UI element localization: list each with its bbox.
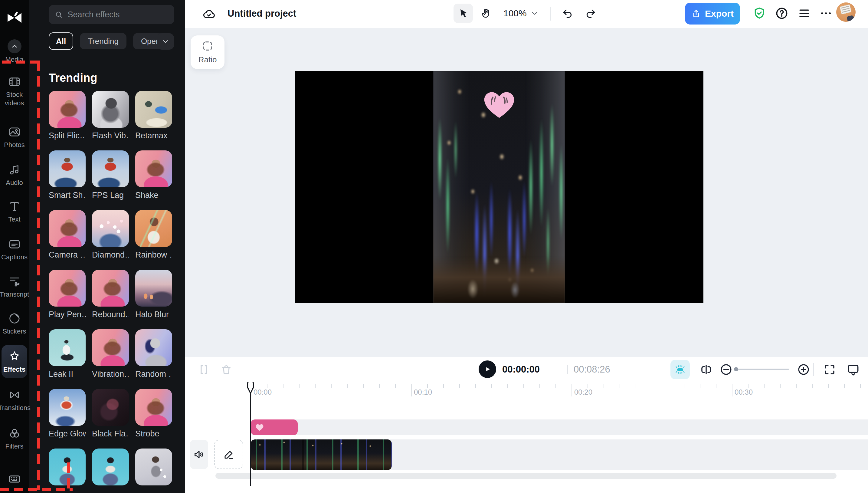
redo-button[interactable] bbox=[581, 4, 600, 23]
keyboard-shortcuts-button[interactable] bbox=[8, 472, 21, 486]
effect-thumbnail[interactable] bbox=[92, 270, 129, 306]
undo-button[interactable] bbox=[558, 4, 577, 23]
help-button[interactable] bbox=[774, 5, 789, 21]
canvas-zoom-control[interactable]: 100% bbox=[504, 4, 539, 23]
ratio-button[interactable]: Ratio bbox=[191, 36, 224, 69]
effect-thumbnail[interactable] bbox=[49, 329, 86, 366]
effect-thumbnail[interactable] bbox=[92, 449, 129, 486]
effect-tile-black-fla[interactable]: Black Fla… bbox=[92, 389, 129, 438]
playhead-handle[interactable] bbox=[246, 380, 255, 394]
project-title[interactable]: Untitled project bbox=[227, 8, 296, 19]
effect-tile-rebound[interactable]: Rebound… bbox=[92, 270, 129, 319]
sidebar-item-stock-videos[interactable]: Stock videos bbox=[0, 75, 29, 107]
effect-thumbnail[interactable] bbox=[135, 210, 172, 247]
effect-thumbnail[interactable] bbox=[92, 150, 129, 187]
avatar[interactable] bbox=[836, 2, 855, 22]
cloud-save-icon[interactable] bbox=[202, 7, 216, 21]
chip-trending[interactable]: Trending bbox=[80, 33, 127, 49]
effect-tile-split-flic[interactable]: Split Flic… bbox=[49, 91, 86, 141]
effect-thumbnail[interactable] bbox=[49, 270, 86, 306]
export-button[interactable]: Export bbox=[685, 3, 740, 24]
effect-tile-play-pen[interactable]: Play Pen… bbox=[49, 270, 86, 319]
sidebar-item-text[interactable]: Text bbox=[0, 200, 29, 224]
timeline-ruler[interactable]: 00:0000:1000:2000:30 bbox=[185, 382, 868, 400]
effect-tile-edge-glow[interactable]: Edge Glow bbox=[49, 389, 86, 438]
effect-thumbnail[interactable] bbox=[135, 270, 172, 306]
sidebar-item-photos[interactable]: Photos bbox=[0, 125, 29, 149]
sidebar-item-stickers[interactable]: Stickers bbox=[0, 312, 29, 336]
effect-tile-diamond[interactable]: Diamond… bbox=[92, 210, 129, 260]
sidebar-item-audio[interactable]: Audio bbox=[0, 163, 29, 187]
safety-status-button[interactable] bbox=[752, 5, 767, 21]
effect-thumbnail[interactable] bbox=[92, 329, 129, 366]
video-frame[interactable] bbox=[433, 71, 565, 303]
effect-tile-rainbow[interactable]: Rainbow … bbox=[135, 210, 172, 260]
playhead[interactable] bbox=[250, 382, 251, 486]
effect-thumbnail[interactable] bbox=[49, 449, 86, 486]
effect-thumbnail[interactable] bbox=[135, 329, 172, 366]
effect-thumbnail[interactable] bbox=[135, 449, 172, 486]
effect-thumbnail[interactable] bbox=[135, 150, 172, 187]
sidebar-item-captions[interactable]: Captions bbox=[0, 238, 29, 261]
effect-tile[interactable] bbox=[92, 449, 129, 489]
video-clip[interactable] bbox=[251, 440, 392, 470]
hand-tool-button[interactable] bbox=[476, 4, 495, 23]
effect-thumbnail[interactable] bbox=[49, 210, 86, 247]
zoom-in-button[interactable] bbox=[794, 360, 813, 379]
effect-thumbnail[interactable] bbox=[49, 150, 86, 187]
effect-tile-random[interactable]: Random … bbox=[135, 329, 172, 379]
effect-thumbnail[interactable] bbox=[135, 389, 172, 426]
sidebar-item-transcript[interactable]: Transcript bbox=[0, 275, 29, 299]
player-canvas[interactable] bbox=[295, 71, 704, 303]
horizontal-scrollbar[interactable] bbox=[216, 473, 837, 479]
timeline-zoom-slider[interactable] bbox=[735, 369, 789, 370]
effect-thumbnail[interactable] bbox=[49, 389, 86, 426]
capcut-logo[interactable] bbox=[7, 11, 22, 25]
fullscreen-timeline-button[interactable] bbox=[820, 360, 839, 379]
effect-tile-strobe[interactable]: Strobe bbox=[135, 389, 172, 438]
sidebar-item-filters[interactable]: Filters bbox=[0, 427, 29, 451]
effect-tile-flash-vib[interactable]: Flash Vib… bbox=[92, 91, 129, 141]
split-clip-button[interactable] bbox=[194, 360, 214, 379]
effect-tile-halo-blur[interactable]: Halo Blur bbox=[135, 270, 172, 319]
more-categories-button[interactable] bbox=[157, 33, 174, 50]
mute-track-button[interactable] bbox=[190, 440, 208, 469]
heart-sticker-overlay[interactable] bbox=[481, 89, 517, 121]
sticker-clip[interactable] bbox=[251, 420, 298, 435]
effect-tile-smart-sh[interactable]: Smart Sh… bbox=[49, 150, 86, 200]
play-button[interactable] bbox=[478, 361, 496, 378]
zoom-out-button[interactable] bbox=[716, 360, 736, 379]
effect-tile-betamax[interactable]: Betamax bbox=[135, 91, 172, 141]
split-at-playhead-button[interactable] bbox=[696, 360, 716, 379]
slider-knob[interactable] bbox=[734, 367, 738, 371]
effect-tile-camera[interactable]: Camera … bbox=[49, 210, 86, 260]
sidebar-item-media[interactable]: Media bbox=[0, 39, 29, 64]
workspace-menu-button[interactable] bbox=[796, 5, 812, 21]
search-input[interactable] bbox=[67, 10, 168, 20]
effect-label: Edge Glow bbox=[49, 429, 86, 438]
search-box[interactable] bbox=[49, 5, 174, 24]
effect-thumbnail[interactable] bbox=[92, 91, 129, 128]
draw-track-button[interactable] bbox=[214, 440, 243, 469]
more-options-button[interactable] bbox=[818, 5, 834, 21]
sidebar-item-transitions[interactable]: Transitions bbox=[0, 388, 29, 412]
effect-thumbnail[interactable] bbox=[49, 91, 86, 128]
sticker-track[interactable] bbox=[251, 420, 868, 435]
preview-display-button[interactable] bbox=[844, 360, 863, 379]
delete-button[interactable] bbox=[217, 360, 236, 379]
effect-tile-fps-lag[interactable]: FPS Lag bbox=[92, 150, 129, 200]
select-tool-button[interactable] bbox=[453, 4, 473, 23]
effect-tile[interactable] bbox=[135, 449, 172, 489]
effect-thumbnail[interactable] bbox=[92, 210, 129, 247]
effect-tile-leak-ii[interactable]: Leak II bbox=[49, 329, 86, 379]
sidebar-item-effects[interactable]: Effects bbox=[1, 345, 27, 378]
undo-icon bbox=[561, 7, 574, 19]
effect-thumbnail[interactable] bbox=[92, 389, 129, 426]
chip-all[interactable]: All bbox=[49, 33, 73, 50]
effect-thumbnail[interactable] bbox=[135, 91, 172, 128]
effect-tile[interactable] bbox=[49, 449, 86, 489]
collapse-media-button[interactable] bbox=[7, 39, 21, 53]
effect-tile-vibration[interactable]: Vibration… bbox=[92, 329, 129, 379]
auto-snap-toggle[interactable] bbox=[670, 360, 690, 379]
effect-tile-shake[interactable]: Shake bbox=[135, 150, 172, 200]
